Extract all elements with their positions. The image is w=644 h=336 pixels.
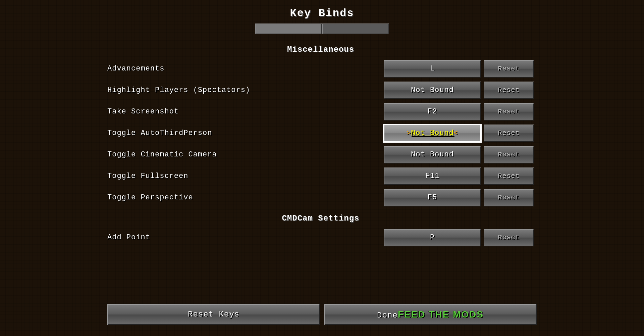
done-button[interactable]: DoneFEED THE MODS [324, 304, 537, 325]
keybind-btn-advancements[interactable]: L [384, 60, 481, 78]
reset-keys-button[interactable]: Reset Keys [107, 304, 320, 325]
keybind-row-cinematic: Toggle Cinematic Camera Not Bound Reset [101, 144, 541, 165]
keybind-label-add-point: Add Point [107, 233, 384, 242]
tab-bar [101, 23, 543, 34]
keybind-label-advancements: Advancements [107, 64, 384, 73]
section-miscellaneous: Miscellaneous [101, 40, 541, 58]
keybind-row-autothirdperson: Toggle AutoThirdPerson > Not Bound < Res… [101, 123, 541, 144]
keybind-label-autothirdperson: Toggle AutoThirdPerson [107, 129, 384, 137]
reset-btn-advancements[interactable]: Reset [484, 60, 534, 78]
page-title: Key Binds [290, 7, 354, 19]
reset-btn-highlight-players[interactable]: Reset [484, 82, 534, 99]
keybind-row-perspective: Toggle Perspective F5 Reset [101, 187, 541, 208]
keybind-btn-perspective[interactable]: F5 [384, 189, 481, 206]
reset-btn-screenshot[interactable]: Reset [484, 103, 534, 121]
keybind-label-screenshot: Take Screenshot [107, 107, 384, 116]
keybind-label-fullscreen: Toggle Fullscreen [107, 172, 384, 180]
section-cmdcam: CMDCam Settings [101, 208, 541, 227]
keybind-label-highlight-players: Highlight Players (Spectators) [107, 86, 384, 94]
keybind-row-highlight-players: Highlight Players (Spectators) Not Bound… [101, 80, 541, 101]
keybind-btn-highlight-players[interactable]: Not Bound [384, 82, 481, 99]
reset-btn-add-point[interactable]: Reset [484, 229, 534, 246]
scroll-area[interactable]: Miscellaneous Advancements L Reset Highl… [101, 40, 543, 300]
keybind-label-cinematic: Toggle Cinematic Camera [107, 150, 384, 159]
reset-btn-perspective[interactable]: Reset [484, 189, 534, 206]
keybind-row-screenshot: Take Screenshot F2 Reset [101, 101, 541, 123]
keybind-row-advancements: Advancements L Reset [101, 58, 541, 80]
keybind-row-add-point: Add Point P Reset [101, 227, 541, 248]
keybind-btn-fullscreen[interactable]: F11 [384, 167, 481, 185]
keybind-row-fullscreen: Toggle Fullscreen F11 Reset [101, 165, 541, 187]
keybind-btn-add-point[interactable]: P [384, 229, 481, 246]
keybind-btn-autothirdperson[interactable]: > Not Bound < [384, 125, 481, 142]
tab-2[interactable] [322, 23, 389, 34]
ftm-logo: FEED THE MODS [398, 309, 484, 320]
keybind-btn-screenshot[interactable]: F2 [384, 103, 481, 121]
reset-btn-fullscreen[interactable]: Reset [484, 167, 534, 185]
keybind-btn-cinematic[interactable]: Not Bound [384, 146, 481, 163]
tab-1[interactable] [255, 23, 322, 34]
reset-btn-autothirdperson[interactable]: Reset [484, 125, 534, 142]
bottom-bar: Reset Keys DoneFEED THE MODS [101, 300, 543, 329]
reset-btn-cinematic[interactable]: Reset [484, 146, 534, 163]
keybind-label-perspective: Toggle Perspective [107, 193, 384, 202]
